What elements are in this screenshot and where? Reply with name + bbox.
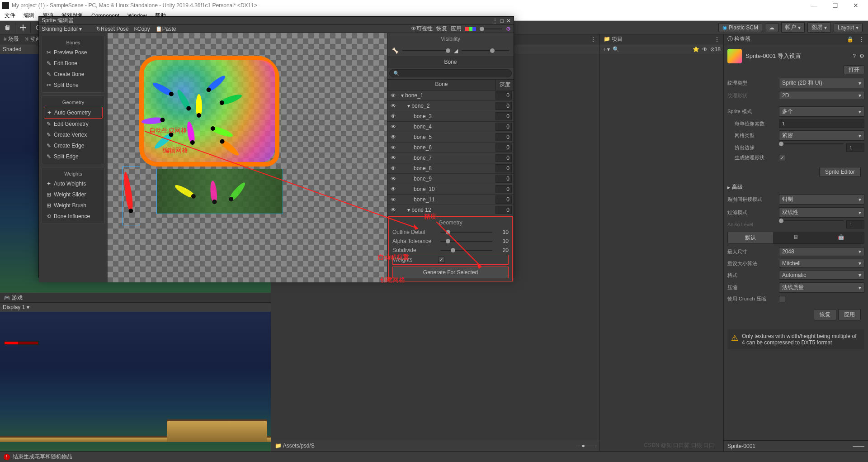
bone-row[interactable]: 👁bone_110 [387, 195, 514, 205]
create-edge-button[interactable]: ✎Create Edge [44, 140, 103, 151]
max-size-select[interactable]: 2048▾ [779, 247, 864, 256]
project-create[interactable]: + ▾ [603, 46, 610, 52]
visibility-eye-icon[interactable]: 👁 [389, 196, 397, 203]
alpha-tolerance-slider[interactable] [440, 241, 492, 242]
restore-button[interactable]: 恢复 [814, 309, 836, 320]
plastic-scm[interactable]: ◉Plastic SCM [718, 23, 762, 32]
main-sprite[interactable] [139, 56, 279, 167]
skinning-editor-dropdown[interactable]: Skinning Editor▾ [42, 26, 82, 32]
sprite-canvas[interactable] [108, 33, 387, 282]
depth-input[interactable]: 0 [495, 206, 512, 214]
color-picker-icon[interactable] [465, 27, 476, 31]
subdivide-slider[interactable] [440, 250, 492, 251]
display-dropdown[interactable]: Display 1 ▾ [3, 304, 29, 310]
visibility-eye-icon[interactable]: 👁 [389, 113, 397, 119]
split-bone-button[interactable]: ✂Split Bone [44, 80, 103, 90]
depth-input[interactable]: 0 [495, 102, 512, 110]
crunch-check[interactable] [779, 296, 785, 302]
game-view[interactable] [0, 312, 271, 451]
weight-slider-button[interactable]: ⊞Weight Slider [44, 189, 103, 200]
tab-game[interactable]: 🎮 游戏 [4, 294, 23, 302]
extrude-input[interactable] [846, 143, 864, 152]
bone-row[interactable]: 👁bone_60 [387, 143, 514, 153]
open-button[interactable]: 打开 [844, 65, 864, 74]
depth-input[interactable]: 0 [495, 123, 512, 131]
tab-pc[interactable]: 🖥 [773, 232, 818, 243]
error-icon[interactable]: ! [4, 454, 10, 460]
depth-input[interactable]: 0 [495, 164, 512, 172]
bone-vis-icon[interactable]: 🦴 [392, 48, 399, 54]
account-dropdown[interactable]: 帐户▾ [781, 22, 805, 33]
edit-bone-button[interactable]: ✎Edit Bone [44, 58, 103, 69]
menu-edit[interactable]: 编辑 [24, 12, 34, 19]
depth-input[interactable]: 0 [495, 143, 512, 152]
depth-input[interactable]: 0 [495, 185, 512, 193]
filter-icon[interactable]: 👁 [702, 46, 708, 52]
visibility-eye-icon[interactable]: 👁 [389, 144, 397, 151]
mesh-vis-icon[interactable]: ◢ [454, 48, 458, 54]
sec-sprite-1[interactable] [122, 167, 140, 225]
texture-type-select[interactable]: Sprite (2D 和 UI)▾ [779, 78, 864, 88]
se-dock-icon[interactable]: ⋮ [492, 18, 498, 24]
bone-row[interactable]: 👁bone_70 [387, 153, 514, 163]
depth-input[interactable]: 0 [495, 133, 512, 141]
visibility-eye-icon[interactable]: 👁 [389, 176, 397, 182]
bone-row[interactable]: 👁▾ bone_10 [387, 90, 514, 101]
auto-weights-button[interactable]: ✦Auto Weights [44, 178, 103, 189]
depth-input[interactable]: 0 [495, 195, 512, 204]
copy-button[interactable]: ⎘Copy [134, 26, 150, 32]
bone-row[interactable]: 👁▾ bone_20 [387, 101, 514, 111]
apply-button[interactable]: 应用 [838, 309, 861, 320]
compression-select[interactable]: 法线质量▾ [779, 282, 864, 293]
advanced-foldout[interactable]: ▸ 高级 [724, 181, 868, 193]
bone-opacity-slider[interactable] [402, 50, 450, 51]
bone-influence-button[interactable]: ⟲Bone Influence [44, 211, 103, 222]
paste-button[interactable]: 📋Paste [156, 26, 176, 32]
bone-row[interactable]: 👁bone_80 [387, 163, 514, 174]
tab-project[interactable]: 📁 项目 [604, 35, 623, 43]
mesh-type-select[interactable]: 紧密▾ [779, 130, 864, 141]
maximize-button[interactable]: ☐ [825, 2, 845, 9]
bone-row[interactable]: 👁bone_50 [387, 132, 514, 143]
minimize-button[interactable]: — [804, 2, 825, 9]
help-icon[interactable]: ? [853, 53, 856, 59]
generate-button[interactable]: Generate For Selected [392, 267, 509, 278]
preset-icon[interactable]: ⚙ [859, 53, 864, 59]
resize-algo-select[interactable]: Mitchell▾ [779, 259, 864, 268]
cloud-button[interactable]: ☁ [765, 23, 778, 32]
layers-dropdown[interactable]: 图层▾ [807, 22, 831, 33]
se-close-icon[interactable]: ✕ [506, 18, 511, 24]
pixels-per-unit-input[interactable] [779, 119, 864, 128]
weight-brush-button[interactable]: ⊞Weight Brush [44, 200, 103, 211]
apply-button-se[interactable]: 应用 [451, 25, 462, 33]
visibility-toggle[interactable]: 👁可视性 [411, 25, 433, 33]
tab-android[interactable]: 🤖 [819, 232, 864, 243]
shaded-dropdown[interactable]: Shaded [3, 46, 21, 52]
layout-dropdown[interactable]: Layout▾ [834, 23, 863, 32]
generate-physics-check[interactable]: ✓ [779, 155, 785, 161]
create-bone-button[interactable]: ✎Create Bone [44, 69, 103, 80]
bone-row[interactable]: 👁bone_40 [387, 122, 514, 132]
hand-tool[interactable] [0, 22, 15, 33]
sprite-mode-select[interactable]: 多个▾ [779, 106, 864, 117]
weights-check[interactable]: ✓ [438, 257, 444, 263]
format-select[interactable]: Automatic▾ [779, 271, 864, 280]
restore-button-se[interactable]: 恢复 [436, 25, 447, 33]
visibility-eye-icon[interactable]: 👁 [389, 103, 397, 109]
preview-pose-button[interactable]: ✂Preview Pose [44, 47, 103, 58]
visibility-eye-icon[interactable]: 👁 [389, 165, 397, 171]
outline-detail-slider[interactable] [440, 232, 492, 233]
favorites-icon[interactable]: ⭐ [693, 46, 699, 52]
hierarchy-menu-icon[interactable]: ⋮ [590, 36, 596, 43]
filter-mode-select[interactable]: 双线性▾ [779, 207, 864, 218]
bone-search-input[interactable] [389, 69, 512, 77]
split-edge-button[interactable]: ✎Split Edge [44, 151, 103, 162]
close-button[interactable]: ✕ [845, 2, 866, 9]
menu-file[interactable]: 文件 [5, 12, 15, 19]
inspector-menu-icon[interactable]: ⋮ [859, 36, 864, 43]
depth-input[interactable]: 0 [495, 112, 512, 120]
tab-inspector[interactable]: ⓘ 检查器 [727, 35, 750, 43]
bone-row[interactable]: 👁bone_90 [387, 174, 514, 184]
lock-icon[interactable]: 🔒 [847, 36, 854, 43]
tab-default[interactable]: 默认 [728, 232, 773, 243]
